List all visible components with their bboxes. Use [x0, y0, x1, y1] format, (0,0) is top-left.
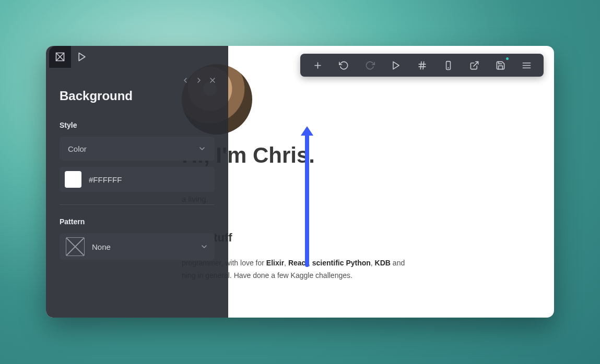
code-button[interactable]	[409, 54, 435, 77]
section-heading: Fun Stuff	[182, 231, 537, 245]
preview-button[interactable]	[383, 54, 409, 77]
external-link-icon	[469, 60, 479, 70]
smartphone-icon	[443, 60, 453, 70]
redo-button[interactable]	[357, 54, 383, 77]
svg-line-9	[473, 62, 478, 66]
svg-line-5	[420, 62, 421, 69]
preview-tab[interactable]	[71, 46, 93, 68]
text-fragment: and	[391, 259, 405, 267]
editor-toolbar	[300, 54, 544, 77]
close-icon	[208, 76, 217, 84]
page-subtitle-2: a living.	[182, 193, 537, 205]
chevron-right-icon	[195, 76, 203, 84]
text-fragment: ,	[371, 259, 375, 267]
page-content: Hi, I'm Chris. r. a living. Fun Stuff pr…	[182, 64, 537, 282]
save-button[interactable]	[487, 54, 513, 77]
style-label: Style	[60, 121, 215, 129]
undo-button[interactable]	[331, 54, 357, 77]
panel-back-button[interactable]	[180, 75, 191, 86]
svg-marker-16	[79, 53, 85, 61]
text-fragment: ,	[308, 259, 312, 267]
inspector-panel: Background Style Color #FFFFFF Pattern N…	[46, 46, 228, 318]
pattern-select-value: None	[92, 242, 193, 251]
chevron-down-icon	[198, 144, 206, 153]
pattern-select[interactable]: None	[60, 233, 215, 260]
svg-line-6	[423, 62, 424, 69]
style-select-value: Color	[68, 144, 87, 153]
plus-icon	[313, 60, 323, 70]
hash-icon	[417, 60, 427, 70]
svg-marker-2	[393, 62, 398, 69]
save-icon	[496, 60, 505, 70]
panel-body: Background Style Color #FFFFFF Pattern N…	[46, 89, 228, 260]
text-fragment: ,	[284, 259, 288, 267]
play-icon	[391, 60, 401, 70]
frame-icon	[55, 52, 65, 62]
page-headline: Hi, I'm Chris.	[182, 143, 537, 168]
divider	[60, 204, 215, 205]
menu-button[interactable]	[513, 54, 539, 77]
open-external-button[interactable]	[461, 54, 487, 77]
chevron-left-icon	[181, 76, 190, 84]
panel-topbar	[46, 46, 228, 68]
chevron-down-icon	[200, 242, 208, 251]
color-input[interactable]: #FFFFFF	[60, 167, 215, 192]
page-subtitle-1: r.	[182, 177, 537, 189]
style-select[interactable]: Color	[60, 137, 215, 161]
link-react[interactable]: React	[288, 259, 308, 267]
panel-close-button[interactable]	[207, 75, 218, 86]
link-elixir[interactable]: Elixir	[266, 259, 284, 267]
layout-tab[interactable]	[49, 46, 71, 68]
link-kdb[interactable]: KDB	[375, 259, 391, 267]
play-icon	[77, 52, 87, 62]
undo-icon	[339, 60, 349, 70]
pattern-none-icon	[66, 237, 85, 256]
color-swatch	[65, 171, 81, 188]
panel-nav	[46, 68, 228, 89]
link-scientific-python[interactable]: scientific Python	[312, 259, 371, 267]
panel-title: Background	[60, 89, 215, 103]
svg-rect-7	[446, 61, 450, 69]
device-button[interactable]	[435, 54, 461, 77]
pattern-label: Pattern	[60, 217, 215, 226]
redo-icon	[365, 60, 375, 70]
add-button[interactable]	[304, 54, 331, 77]
panel-forward-button[interactable]	[194, 75, 204, 86]
menu-icon	[522, 60, 532, 70]
color-hex-value: #FFFFFF	[89, 175, 122, 184]
unsaved-indicator-icon	[506, 57, 509, 60]
